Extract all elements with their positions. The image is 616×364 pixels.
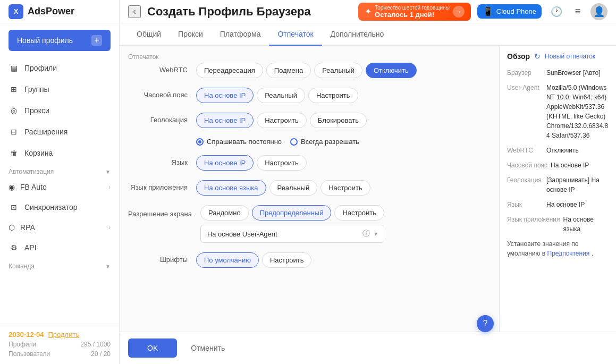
users-stat-value: 20 / 20 — [91, 350, 111, 358]
sidebar-item-label: Профили — [24, 64, 57, 72]
sidebar-item-trash[interactable]: 🗑 Корзина — [0, 142, 119, 164]
geolocation-label: Геолокация — [128, 115, 192, 125]
new-fingerprint-link[interactable]: Новый отпечаток — [545, 53, 595, 60]
tab-platform[interactable]: Платформа — [212, 23, 269, 46]
profiles-icon: ▤ — [9, 63, 19, 73]
list-button[interactable]: ≡ — [569, 3, 586, 20]
webrtc-redirect-btn[interactable]: Переадресация — [196, 63, 263, 78]
screen-resolution-dropdown[interactable]: На основе User-Agent ⓘ ▾ — [200, 225, 384, 243]
profiles-stat-value: 295 / 1000 — [80, 341, 111, 348]
cancel-button[interactable]: Отменить — [182, 338, 233, 358]
screen-configure-btn[interactable]: Настроить — [334, 205, 384, 221]
lang-based-ip-btn[interactable]: На основе IP — [196, 155, 254, 171]
sidebar-item-proxy[interactable]: ◎ Прокси — [0, 100, 119, 121]
sidebar-item-api[interactable]: ⚙ API — [0, 237, 119, 258]
preferences-link[interactable]: Предпочтения — [547, 250, 590, 257]
geolocation-options: На основе IP Настроить Блокировать — [196, 113, 367, 128]
screen-predefined-btn[interactable]: Предопределенный — [252, 205, 332, 221]
app-language-label: Язык приложения — [128, 183, 192, 192]
radio-ask-label: Спрашивать постоянно — [207, 138, 282, 146]
radio-always-allow[interactable]: Всегда разрешать — [290, 138, 359, 146]
overview-applang-row: Язык приложения На основе языка — [507, 215, 609, 234]
sidebar-item-label: API — [24, 243, 37, 252]
radio-circle-ask — [196, 138, 204, 146]
collapse-sidebar-button[interactable]: ‹ — [128, 5, 141, 18]
language-options: На основе IP Настроить — [196, 155, 307, 171]
applang-configure-btn[interactable]: Настроить — [320, 180, 370, 196]
sidebar-item-sync[interactable]: ⊡ Синхронизатор — [0, 197, 119, 218]
webrtc-real-btn[interactable]: Реальный — [314, 63, 362, 78]
overview-useragent-row: User-Agent Mozilla/5.0 (Windows NT 10.0;… — [507, 83, 609, 140]
overview-applang-val: На основе языка — [563, 215, 609, 234]
webrtc-disable-btn[interactable]: Отключить — [366, 63, 417, 78]
page-title: Создать Профиль Браузера — [147, 5, 352, 19]
users-stat-label: Пользователи — [9, 350, 50, 358]
webrtc-substitute-btn[interactable]: Подмена — [266, 63, 311, 78]
sidebar-item-profiles[interactable]: ▤ Профили — [0, 57, 119, 79]
timezone-configure-btn[interactable]: Настроить — [308, 88, 358, 103]
rpa-icon: ⬡ — [9, 223, 15, 232]
lang-configure-btn[interactable]: Настроить — [257, 155, 307, 171]
geo-based-ip-btn[interactable]: На основе IP — [196, 113, 254, 128]
sidebar-item-rpa[interactable]: ⬡ RPA › — [0, 218, 119, 237]
timezone-row: Часовой пояс На основе IP Реальный Настр… — [128, 88, 491, 103]
geo-configure-btn[interactable]: Настроить — [257, 113, 307, 128]
avatar-button[interactable]: 👤 — [590, 3, 607, 20]
promo-banner[interactable]: ✦ Торжество шестой годовщины Осталось 1 … — [358, 3, 471, 21]
logo-text: AdsPower — [28, 6, 74, 17]
fonts-options: По умолчанию Настроить — [196, 252, 311, 268]
overview-lang-val: На основе IP — [546, 200, 585, 209]
section-label: Отпечаток — [128, 50, 491, 63]
radio-circle-allow — [290, 138, 298, 146]
radio-ask-always[interactable]: Спрашивать постоянно — [196, 138, 282, 146]
timezone-real-btn[interactable]: Реальный — [257, 88, 305, 103]
team-section: Команда ▼ — [0, 258, 119, 272]
timezone-based-ip-btn[interactable]: На основе IP — [196, 88, 254, 103]
tab-general[interactable]: Общий — [128, 23, 170, 46]
extensions-icon: ⊟ — [9, 126, 19, 137]
refresh-icon[interactable]: ↻ — [534, 52, 541, 61]
clock-button[interactable]: 🕐 — [548, 3, 565, 20]
sidebar-item-groups[interactable]: ⊞ Группы — [0, 79, 119, 100]
overview-note: Установите значения по умолчанию в Предп… — [507, 239, 609, 258]
fonts-default-btn[interactable]: По умолчанию — [196, 252, 259, 268]
tab-fingerprint[interactable]: Отпечаток — [269, 23, 322, 46]
sync-icon: ⊡ — [9, 202, 19, 213]
footer-stats: Профили 295 / 1000 — [9, 341, 111, 348]
tab-proxy[interactable]: Прокси — [170, 23, 212, 46]
promo-text: Торжество шестой годовщины Осталось 1 дн… — [375, 5, 450, 19]
overview-lang-row: Язык На основе IP — [507, 200, 609, 209]
plus-icon: + — [91, 35, 102, 46]
applang-real-btn[interactable]: Реальный — [269, 180, 318, 196]
overview-panel: Обзор ↻ Новый отпечаток Браузер SunBrows… — [499, 46, 616, 332]
geo-block-btn[interactable]: Блокировать — [310, 113, 367, 128]
app-language-row: Язык приложения На основе языка Реальный… — [128, 180, 491, 196]
tab-bar: Общий Прокси Платформа Отпечаток Дополни… — [120, 23, 616, 46]
overview-geo-val: [Запрашивать] На основе IP — [546, 175, 609, 194]
tab-additional[interactable]: Дополнительно — [322, 23, 393, 46]
logo-area: X AdsPower — [0, 0, 119, 23]
fonts-configure-btn[interactable]: Настроить — [262, 252, 312, 268]
help-bubble[interactable]: ? — [477, 315, 494, 332]
applang-based-lang-btn[interactable]: На основе языка — [196, 180, 266, 196]
overview-webrtc-val: Отключить — [546, 146, 579, 155]
expiry-date: 2030-12-04 — [9, 331, 44, 338]
extend-link[interactable]: Продлить — [48, 331, 80, 338]
info-icon: ⓘ — [362, 229, 370, 239]
overview-webrtc-key: WebRTC — [507, 146, 543, 155]
sidebar-item-label: FB Auto — [20, 183, 47, 191]
overview-lang-key: Язык — [507, 200, 543, 209]
screen-random-btn[interactable]: Рандомно — [200, 205, 249, 221]
language-row: Язык На основе IP Настроить — [128, 155, 491, 171]
cloud-phone-button[interactable]: 📱 Cloud Phone — [477, 4, 542, 19]
ok-button[interactable]: OK — [128, 338, 177, 358]
fonts-label: Шрифты — [128, 255, 192, 265]
main-content: ‹ Создать Профиль Браузера ✦ Торжество ш… — [120, 0, 616, 364]
sidebar-item-extensions[interactable]: ⊟ Расширения — [0, 121, 119, 142]
sidebar-item-label: Корзина — [24, 149, 53, 157]
groups-icon: ⊞ — [9, 84, 19, 95]
avatar-icon: 👤 — [593, 6, 605, 18]
sidebar-item-fb-auto[interactable]: ◉ FB Auto › — [0, 177, 119, 197]
new-profile-button[interactable]: Новый профиль + — [9, 30, 111, 51]
timezone-options: На основе IP Реальный Настроить — [196, 88, 358, 103]
